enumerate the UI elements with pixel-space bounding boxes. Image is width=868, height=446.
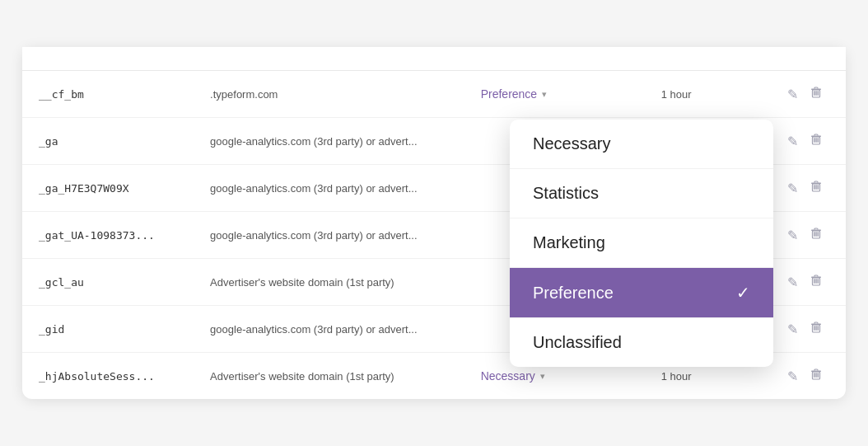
svg-rect-32 <box>818 373 819 378</box>
cookie-name: _ga_H7E3Q7W09X <box>22 165 194 212</box>
dropdown-item-necessary[interactable]: Necessary✓ <box>510 120 773 169</box>
edit-icon[interactable]: ✎ <box>787 87 798 102</box>
edit-cell: ✎ <box>771 118 846 165</box>
svg-rect-2 <box>818 91 819 96</box>
table-row: __cf_bm.typeform.comPreference▾1 hour✎ <box>22 71 846 118</box>
svg-rect-20 <box>814 279 815 284</box>
delete-icon[interactable] <box>810 274 823 290</box>
edit-icon[interactable]: ✎ <box>787 275 798 290</box>
edit-cell: ✎ <box>771 306 846 353</box>
cookie-name: _gid <box>22 306 194 353</box>
dropdown-item-label: Preference <box>533 284 614 303</box>
svg-rect-17 <box>818 232 819 237</box>
cookie-name: _ga <box>22 118 194 165</box>
edit-icon[interactable]: ✎ <box>787 181 798 196</box>
hostname-value: google-analytics.com (3rd party) or adve… <box>194 212 464 259</box>
svg-rect-10 <box>814 185 815 190</box>
svg-rect-26 <box>815 326 817 331</box>
classification-dropdown-trigger[interactable]: Necessary▾ <box>481 369 628 383</box>
svg-rect-21 <box>815 279 817 284</box>
classification-label: Preference <box>481 87 537 101</box>
edit-icon[interactable]: ✎ <box>787 369 798 384</box>
svg-rect-11 <box>815 185 817 190</box>
edit-cell: ✎ <box>771 259 846 306</box>
edit-icon[interactable]: ✎ <box>787 134 798 149</box>
svg-rect-5 <box>814 138 815 143</box>
classification-label: Necessary <box>481 369 535 383</box>
delete-icon[interactable] <box>810 180 823 196</box>
header-cookie <box>22 47 194 71</box>
dropdown-item-statistics[interactable]: Statistics✓ <box>510 169 773 218</box>
edit-icon[interactable]: ✎ <box>787 322 798 337</box>
svg-rect-27 <box>818 326 819 331</box>
hostname-value: .typeform.com <box>194 71 464 118</box>
cookie-name: __cf_bm <box>22 71 194 118</box>
header-expiration <box>645 47 771 71</box>
hostname-value: google-analytics.com (3rd party) or adve… <box>194 118 464 165</box>
svg-rect-1 <box>815 91 817 96</box>
classification-dropdown-trigger[interactable]: Preference▾ <box>481 87 628 101</box>
chevron-down-icon: ▾ <box>540 371 545 382</box>
svg-rect-15 <box>814 232 815 237</box>
cookie-name: _hjAbsoluteSess... <box>22 353 194 400</box>
cookie-table-card: __cf_bm.typeform.comPreference▾1 hour✎_g… <box>22 47 846 399</box>
svg-rect-31 <box>815 373 817 378</box>
delete-icon[interactable] <box>810 227 823 243</box>
hostname-value: google-analytics.com (3rd party) or adve… <box>194 306 464 353</box>
edit-cell: ✎ <box>771 353 846 400</box>
dropdown-item-label: Statistics <box>533 184 599 203</box>
svg-rect-22 <box>818 279 819 284</box>
edit-cell: ✎ <box>771 165 846 212</box>
expiration-value: 1 hour <box>645 71 771 118</box>
dropdown-item-preference[interactable]: Preference✓ <box>510 268 773 318</box>
dropdown-item-label: Unclassified <box>533 333 622 352</box>
svg-rect-7 <box>818 138 819 143</box>
chevron-down-icon: ▾ <box>542 89 547 100</box>
edit-cell: ✎ <box>771 212 846 259</box>
delete-icon[interactable] <box>810 133 823 149</box>
hostname-value: Advertiser's website domain (1st party) <box>194 259 464 306</box>
dropdown-item-label: Marketing <box>533 233 605 252</box>
dropdown-item-marketing[interactable]: Marketing✓ <box>510 218 773 268</box>
cookie-name: _gcl_au <box>22 259 194 306</box>
header-hostname <box>194 47 464 71</box>
svg-rect-0 <box>814 91 815 96</box>
svg-rect-6 <box>815 138 817 143</box>
svg-rect-25 <box>814 326 815 331</box>
classification-dropdown: Necessary✓Statistics✓Marketing✓Preferenc… <box>510 120 773 367</box>
dropdown-item-label: Necessary <box>533 134 610 153</box>
edit-icon[interactable]: ✎ <box>787 228 798 243</box>
hostname-value: Advertiser's website domain (1st party) <box>194 353 464 400</box>
check-icon: ✓ <box>736 283 750 303</box>
svg-rect-12 <box>818 185 819 190</box>
delete-icon[interactable] <box>810 368 823 384</box>
header-edit <box>771 47 846 71</box>
cookie-name: _gat_UA-1098373... <box>22 212 194 259</box>
edit-cell: ✎ <box>771 71 846 118</box>
header-classification <box>464 47 645 71</box>
dropdown-item-unclassified[interactable]: Unclassified✓ <box>510 318 773 367</box>
svg-rect-16 <box>815 232 817 237</box>
svg-rect-30 <box>814 373 815 378</box>
hostname-value: google-analytics.com (3rd party) or adve… <box>194 165 464 212</box>
classification-cell[interactable]: Preference▾ <box>464 71 645 118</box>
delete-icon[interactable] <box>810 321 823 337</box>
delete-icon[interactable] <box>810 86 823 102</box>
